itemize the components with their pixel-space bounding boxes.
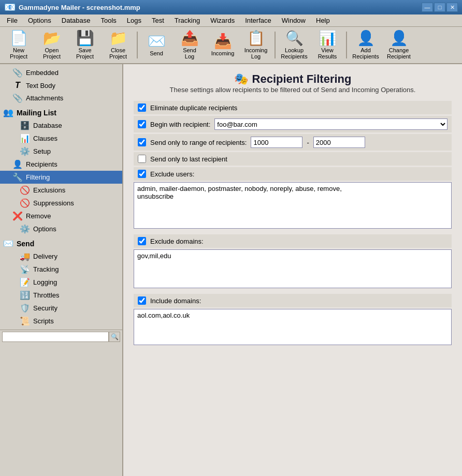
sidebar-section-label-send: Send [17, 240, 34, 248]
sidebar-item-attachments[interactable]: 📎 Attachments [0, 92, 122, 105]
page-title: 🎭 Recipient Filtering [134, 72, 452, 86]
send-only-last-checkbox[interactable] [138, 155, 146, 163]
eliminate-duplicate-checkbox[interactable] [138, 103, 146, 112]
add-recipients-label: Add Recipients [352, 47, 379, 60]
add-recipients-icon: 👤 [357, 31, 375, 46]
sidebar-item-text-body[interactable]: T Text Body [0, 79, 122, 92]
new-project-button[interactable]: 📄 New Project [3, 29, 34, 61]
sidebar-item-remove[interactable]: ❌ Remove [0, 210, 122, 222]
lookup-recipients-button[interactable]: 🔍 Lookup Recipients [279, 29, 310, 61]
open-project-label: Open Project [43, 47, 61, 60]
menu-test[interactable]: Test [147, 15, 169, 26]
sidebar-item-label-attachments: Attachments [26, 94, 63, 102]
incoming-button[interactable]: 📥 Incoming [207, 29, 238, 61]
send-log-button[interactable]: 📤 Send Log [174, 29, 205, 61]
change-recipient-button[interactable]: 👤 Change Recipient [383, 29, 414, 61]
sidebar-item-clauses[interactable]: 📊 Clauses [0, 132, 122, 145]
filter-exclude-users-row: Exclude users: [134, 167, 452, 181]
sidebar-item-label-tracking: Tracking [33, 265, 59, 273]
menu-options[interactable]: Options [23, 15, 56, 26]
filter-include-domains-section: Include domains: aol.com,aol.co.uk [134, 294, 452, 347]
title-bar: 📧 Gammadyne Mailer - screenshot.mmp — □ … [0, 0, 462, 14]
page-title-area: 🎭 Recipient Filtering These settings all… [134, 72, 452, 94]
sidebar-search-input[interactable] [2, 332, 109, 342]
exclude-users-checkbox[interactable] [138, 170, 146, 178]
send-range-checkbox[interactable] [138, 138, 146, 146]
sidebar-item-security[interactable]: 🛡️ Security [0, 302, 122, 315]
database-icon: 🗄️ [20, 121, 30, 130]
sidebar-item-embedded[interactable]: 📎 Embedded [0, 66, 122, 79]
exclude-domains-label: Exclude domains: [150, 237, 204, 245]
page-subtitle: These settings allow recipients to be fi… [134, 86, 452, 94]
window-title: Gammadyne Mailer - screenshot.mmp [19, 4, 140, 11]
menu-tracking[interactable]: Tracking [170, 15, 205, 26]
exclude-users-label: Exclude users: [150, 170, 194, 178]
menu-tools[interactable]: Tools [96, 15, 121, 26]
exclude-users-textarea[interactable]: admin, mailer-daemon, postmaster, nobody… [134, 182, 452, 229]
add-recipients-button[interactable]: 👤 Add Recipients [350, 29, 381, 61]
close-button[interactable]: ✕ [446, 3, 458, 12]
open-project-button[interactable]: 📂 Open Project [36, 29, 67, 61]
menu-wizards[interactable]: Wizards [206, 15, 239, 26]
menu-help[interactable]: Help [311, 15, 335, 26]
save-project-button[interactable]: 💾 Save Project [69, 29, 100, 61]
minimize-button[interactable]: — [422, 3, 433, 12]
incoming-log-button[interactable]: 📋 Incoming Log [240, 29, 271, 61]
close-project-icon: 📁 [109, 31, 127, 46]
menu-window[interactable]: Window [277, 15, 310, 26]
sidebar-item-label-scripts: Scripts [33, 317, 54, 325]
sidebar-item-scripts[interactable]: 📜 Scripts [0, 315, 122, 328]
include-domains-checkbox[interactable] [138, 296, 146, 305]
sidebar-item-options[interactable]: ⚙️ Options [0, 222, 122, 235]
include-domains-textarea[interactable]: aol.com,aol.co.uk [134, 309, 452, 345]
sidebar-item-label-clauses: Clauses [33, 135, 57, 142]
range-from-input[interactable] [251, 137, 302, 148]
lookup-recipients-icon: 🔍 [285, 31, 304, 46]
exclude-domains-checkbox[interactable] [138, 237, 146, 245]
sidebar-item-logging[interactable]: 📝 Logging [0, 276, 122, 289]
sidebar-item-setup[interactable]: ⚙️ Setup [0, 145, 122, 158]
sidebar-item-label-embedded: Embedded [26, 69, 59, 77]
clauses-icon: 📊 [20, 133, 30, 143]
exclude-domains-textarea[interactable]: gov,mil,edu [134, 249, 452, 288]
exclusions-icon: 🚫 [20, 185, 30, 195]
sidebar-section-send[interactable]: ✉️ Send [0, 235, 122, 250]
range-to-input[interactable] [313, 137, 365, 148]
page-title-icon: 🎭 [234, 72, 248, 86]
sidebar-search-button[interactable]: 🔍 [109, 332, 120, 342]
sidebar-item-recipients[interactable]: 👤 Recipients [0, 158, 122, 171]
sidebar-item-database[interactable]: 🗄️ Database [0, 119, 122, 132]
sidebar-item-suppressions[interactable]: 🚫 Suppressions [0, 197, 122, 210]
view-results-button[interactable]: 📊 View Results [312, 29, 343, 61]
sidebar-item-exclusions[interactable]: 🚫 Exclusions [0, 184, 122, 197]
exclude-domains-textarea-wrapper: gov,mil,edu [134, 249, 452, 290]
filter-send-only-last: Send only to last recipient [134, 152, 452, 166]
incoming-log-label: Incoming Log [244, 47, 268, 60]
begin-with-recipient-select[interactable]: foo@bar.com [214, 118, 447, 130]
sidebar-item-delivery[interactable]: 🚚 Delivery [0, 250, 122, 263]
menu-file[interactable]: File [2, 15, 22, 26]
sidebar-item-label-recipients: Recipients [26, 160, 57, 168]
menu-logs[interactable]: Logs [122, 15, 146, 26]
sidebar-item-filtering[interactable]: 🔧 Filtering [0, 171, 122, 184]
close-project-button[interactable]: 📁 Close Project [103, 29, 134, 61]
sidebar-section-mailing-list[interactable]: 👥 Mailing List [0, 105, 122, 119]
range-separator: - [307, 139, 309, 146]
mailing-list-icon: 👥 [3, 108, 13, 117]
sidebar-item-label-throttles: Throttles [33, 291, 60, 299]
page-title-text: Recipient Filtering [252, 72, 352, 86]
window-controls[interactable]: — □ ✕ [422, 3, 458, 12]
filtering-icon: 🔧 [12, 172, 23, 182]
sidebar-item-label-delivery: Delivery [33, 252, 57, 260]
begin-with-recipient-checkbox[interactable] [138, 120, 146, 128]
send-button[interactable]: ✉️ Send [141, 29, 172, 61]
menu-database[interactable]: Database [57, 15, 95, 26]
setup-icon: ⚙️ [20, 146, 30, 156]
toolbar-separator-3 [346, 32, 347, 58]
sidebar-item-label-options: Options [33, 225, 56, 233]
maximize-button[interactable]: □ [434, 3, 445, 12]
sidebar-item-throttles[interactable]: 🔢 Throttles [0, 289, 122, 302]
app-icon: 📧 [4, 2, 16, 13]
sidebar-item-tracking[interactable]: 📡 Tracking [0, 263, 122, 276]
menu-interface[interactable]: Interface [240, 15, 276, 26]
